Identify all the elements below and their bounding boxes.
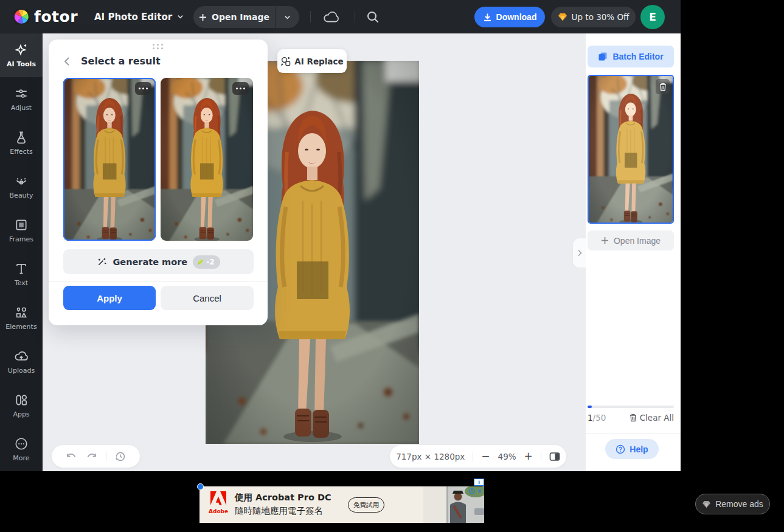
- remove-ads-button[interactable]: Remove ads: [695, 494, 770, 514]
- cancel-button[interactable]: Cancel: [161, 286, 254, 310]
- editor-menu-label: AI Photo Editor: [94, 12, 172, 22]
- download-icon: [483, 13, 492, 22]
- sidebar-item-label: Adjust: [11, 104, 32, 112]
- open-image-split-button: Open Image: [193, 6, 299, 28]
- zoom-level: 49%: [498, 452, 516, 461]
- sidebar-item-effects[interactable]: Effects: [0, 121, 43, 165]
- sidebar-item-elements[interactable]: Elements: [0, 296, 43, 340]
- user-avatar[interactable]: E: [640, 5, 665, 29]
- sidebar-item-label: Elements: [5, 323, 36, 331]
- sidebar-item-label: Apps: [13, 410, 29, 418]
- ad-close-icon[interactable]: ×: [477, 488, 482, 494]
- select-result-popup: Select a result Generate more -2: [49, 40, 268, 325]
- fotor-app-window: fotor AI Photo Editor Open Image: [0, 0, 681, 471]
- generate-more-button[interactable]: Generate more -2: [63, 249, 254, 274]
- adchoices-badge[interactable]: i: [474, 478, 484, 486]
- cloud-save-icon[interactable]: [323, 0, 340, 33]
- download-label: Download: [496, 12, 537, 22]
- tool-sidebar: AI Tools Adjust Effects Beauty Frames Te…: [0, 33, 43, 471]
- elements-icon: [14, 305, 29, 320]
- sidebar-item-frames[interactable]: Frames: [0, 209, 43, 252]
- ad-info-icon[interactable]: i: [469, 488, 475, 494]
- result-thumbnail-1[interactable]: [63, 78, 156, 241]
- sidebar-item-more[interactable]: More: [0, 427, 43, 471]
- compare-view-button[interactable]: [549, 452, 560, 461]
- panel-open-image-button[interactable]: Open Image: [588, 230, 674, 250]
- redo-button[interactable]: [86, 452, 97, 461]
- history-clock-icon: [115, 451, 126, 462]
- sidebar-item-label: AI Tools: [7, 60, 36, 68]
- download-button[interactable]: Download: [474, 7, 545, 27]
- sidebar-item-apps[interactable]: Apps: [0, 384, 43, 427]
- divider: [586, 433, 681, 434]
- divider: [541, 452, 541, 461]
- credit-cost-badge: -2: [193, 255, 220, 269]
- ad-controls: i ×: [469, 488, 482, 494]
- progress-fill: [588, 406, 592, 408]
- chevron-down-icon: [177, 13, 184, 20]
- sidebar-item-label: Text: [15, 279, 28, 287]
- help-button[interactable]: Help: [605, 439, 659, 459]
- clear-all-button[interactable]: Clear All: [630, 413, 674, 423]
- ad-cta-button[interactable]: 免費試用: [348, 497, 384, 513]
- thumbnail-options-button[interactable]: [135, 82, 151, 95]
- editor-menu-dropdown[interactable]: AI Photo Editor: [94, 0, 184, 33]
- batch-usage-progress: [588, 406, 674, 408]
- popup-title: Select a result: [81, 55, 161, 67]
- popup-drag-handle[interactable]: [153, 44, 164, 49]
- zoom-in-button[interactable]: +: [524, 451, 533, 461]
- apply-button[interactable]: Apply: [63, 286, 156, 310]
- sidebar-item-ai-tools[interactable]: AI Tools: [0, 33, 43, 77]
- redo-icon: [86, 452, 97, 461]
- adobe-wordmark: Adobe: [209, 508, 228, 514]
- open-image-label: Open Image: [212, 12, 269, 22]
- open-image-button[interactable]: Open Image: [193, 6, 275, 28]
- text-icon: [14, 261, 29, 276]
- sidebar-item-adjust[interactable]: Adjust: [0, 77, 43, 121]
- search-icon[interactable]: [366, 0, 380, 33]
- chevron-right-icon: [577, 249, 582, 257]
- gem-icon: [558, 13, 567, 21]
- beauty-eye-icon: [14, 174, 29, 188]
- apps-icon: [14, 393, 29, 407]
- open-image-caret-button[interactable]: [275, 6, 299, 28]
- sidebar-item-label: Frames: [9, 235, 33, 243]
- batch-image-thumbnail[interactable]: [588, 75, 674, 224]
- question-icon: [616, 444, 625, 454]
- clear-all-label: Clear All: [640, 413, 674, 423]
- image-dimensions: 717px × 1280px: [396, 452, 465, 461]
- sidebar-item-beauty[interactable]: Beauty: [0, 165, 43, 209]
- back-chevron-icon[interactable]: [63, 57, 71, 66]
- sidebar-item-label: Beauty: [10, 192, 33, 199]
- promo-offer-button[interactable]: Up to 30% Off: [551, 7, 636, 27]
- image-counter: 1/50: [588, 413, 606, 423]
- batch-panel: Batch Editor Open Image 1/50: [586, 33, 681, 471]
- credit-cost-value: -2: [206, 258, 214, 266]
- ad-banner[interactable]: Adobe 使用 Acrobat Pro DC 隨時隨地應用電子簽名 免費試用 …: [199, 486, 484, 523]
- adjust-icon: [14, 86, 29, 101]
- frames-icon: [14, 218, 29, 232]
- batch-editor-button[interactable]: Batch Editor: [588, 46, 674, 67]
- sidebar-item-label: Effects: [10, 148, 32, 156]
- delete-image-button[interactable]: [656, 79, 670, 94]
- sidebar-item-uploads[interactable]: Uploads: [0, 340, 43, 384]
- panel-collapse-tab[interactable]: [572, 238, 586, 268]
- result-thumbnail-2[interactable]: [161, 78, 253, 241]
- sidebar-item-text[interactable]: Text: [0, 252, 43, 296]
- chevron-down-icon: [284, 14, 291, 21]
- gem-icon: [702, 500, 711, 508]
- thumbnail-options-button[interactable]: [232, 82, 249, 95]
- screen: fotor AI Photo Editor Open Image: [0, 0, 784, 532]
- effects-flask-icon: [14, 130, 29, 145]
- uploads-icon: [14, 349, 29, 364]
- help-label: Help: [630, 444, 648, 454]
- undo-button[interactable]: [66, 452, 77, 461]
- zoom-out-button[interactable]: −: [481, 451, 490, 461]
- trash-icon: [659, 83, 667, 91]
- fotor-logo[interactable]: fotor: [13, 0, 78, 33]
- adobe-logo: Adobe: [209, 491, 228, 514]
- ai-replace-button[interactable]: AI Replace: [277, 49, 347, 73]
- sidebar-item-label: More: [13, 454, 29, 462]
- ad-info-badge[interactable]: [197, 483, 204, 490]
- history-button[interactable]: [115, 451, 126, 462]
